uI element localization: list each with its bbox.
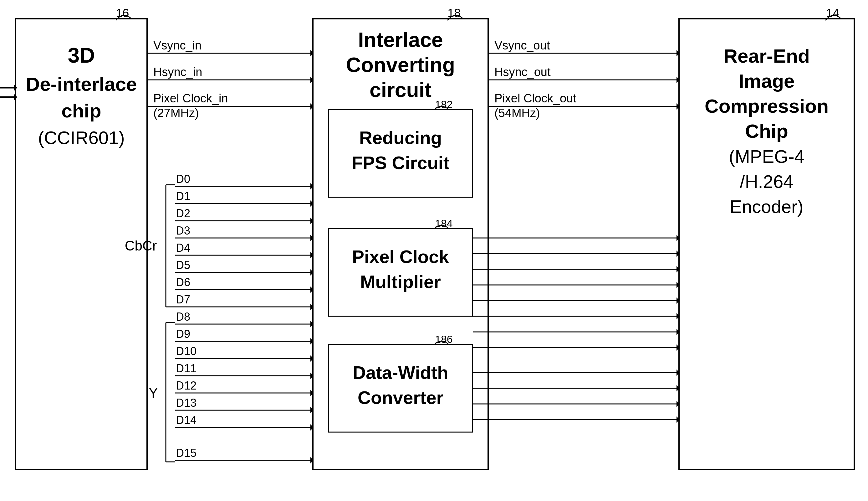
rear-end-label1: Rear-End — [723, 45, 810, 67]
interlace-label3: circuit — [370, 78, 431, 102]
d7-label: D7 — [176, 293, 190, 306]
d1-label: D1 — [176, 190, 190, 203]
pixel-clock-out-label: Pixel Clock_out — [494, 92, 576, 105]
rear-end-label6: /H.264 — [740, 171, 793, 192]
cbcr-label: CbCr — [125, 238, 157, 253]
ref-184: 184 — [435, 217, 453, 229]
reducing-fps-label1: Reducing — [359, 127, 442, 148]
pcm-label2: Multiplier — [360, 271, 441, 292]
d14-label: D14 — [176, 414, 197, 426]
hsync-in-label: Hsync_in — [153, 65, 202, 78]
d3-label: D3 — [176, 224, 190, 237]
rear-end-label5: (MPEG-4 — [729, 146, 804, 167]
rear-end-label4: Chip — [745, 120, 788, 142]
d15-label: D15 — [176, 447, 197, 459]
rear-end-label3: Compression — [705, 95, 828, 117]
d6-label: D6 — [176, 276, 190, 289]
pixel-clock-in-label: Pixel Clock_in — [153, 92, 228, 105]
d4-label: D4 — [176, 242, 190, 254]
interlace-label2: Converting — [346, 53, 455, 76]
pcm-label1: Pixel Clock — [352, 246, 449, 267]
diagram-container: 16 3D De-interlace chip (CCIR601) 18 Int… — [0, 0, 868, 501]
dwc-label1: Data-Width — [353, 362, 448, 383]
rear-end-label7: Encoder) — [730, 196, 803, 217]
deinterlace-label: 3D — [68, 43, 95, 67]
ref-182: 182 — [435, 98, 453, 110]
dwc-label2: Converter — [358, 387, 443, 408]
d12-label: D12 — [176, 379, 197, 392]
d5-label: D5 — [176, 259, 190, 271]
reducing-fps-label2: FPS Circuit — [352, 152, 450, 173]
deinterlace-label4: (CCIR601) — [38, 127, 124, 148]
d11-label: D11 — [176, 362, 197, 375]
vsync-out-label: Vsync_out — [494, 39, 550, 52]
vsync-in-label: Vsync_in — [153, 39, 201, 52]
y-label: Y — [149, 385, 158, 401]
pixel-clock-in-freq: (27MHz) — [153, 106, 199, 120]
d0-label: D0 — [176, 172, 190, 185]
d9-label: D9 — [176, 328, 190, 340]
d13-label: D13 — [176, 396, 197, 409]
rear-end-label2: Image — [738, 70, 794, 92]
deinterlace-label3: chip — [61, 100, 101, 121]
hsync-out-label: Hsync_out — [494, 65, 551, 78]
d8-label: D8 — [176, 310, 190, 323]
interlace-label1: Interlace — [358, 28, 443, 51]
pixel-clock-out-freq: (54MHz) — [494, 106, 540, 120]
d2-label: D2 — [176, 207, 190, 220]
ref-186: 186 — [435, 333, 453, 345]
d10-label: D10 — [176, 345, 197, 358]
deinterlace-label2: De-interlace — [26, 73, 137, 95]
